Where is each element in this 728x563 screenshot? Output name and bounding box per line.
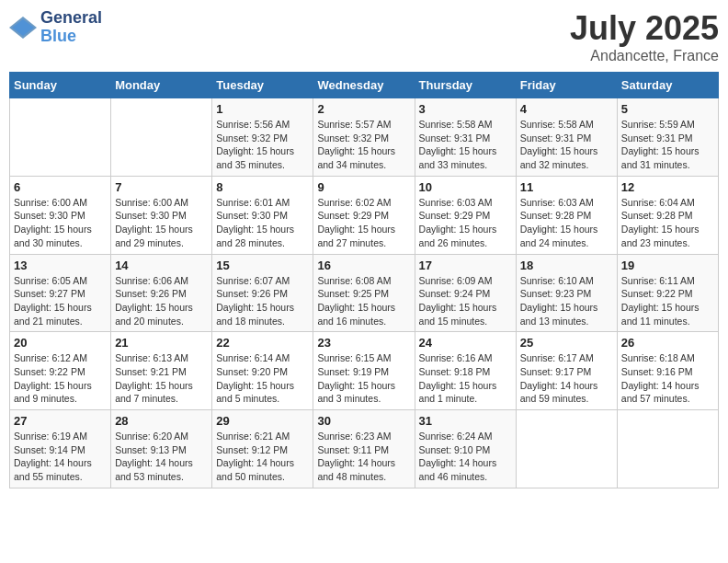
- day-cell: 18Sunrise: 6:10 AM Sunset: 9:23 PM Dayli…: [516, 254, 617, 332]
- day-info: Sunrise: 6:16 AM Sunset: 9:18 PM Dayligh…: [419, 351, 512, 406]
- day-number: 1: [216, 102, 309, 116]
- day-cell: 31Sunrise: 6:24 AM Sunset: 9:10 PM Dayli…: [415, 410, 516, 488]
- day-number: 14: [115, 259, 208, 272]
- day-number: 26: [621, 336, 714, 350]
- day-header-tuesday: Tuesday: [212, 73, 313, 98]
- day-cell: 30Sunrise: 6:23 AM Sunset: 9:11 PM Dayli…: [313, 410, 415, 488]
- day-number: 24: [419, 336, 512, 350]
- day-cell: 22Sunrise: 6:14 AM Sunset: 9:20 PM Dayli…: [212, 332, 313, 410]
- day-number: 10: [419, 180, 512, 194]
- day-number: 5: [621, 102, 714, 116]
- day-cell: 19Sunrise: 6:11 AM Sunset: 9:22 PM Dayli…: [617, 254, 718, 332]
- week-row-5: 27Sunrise: 6:19 AM Sunset: 9:14 PM Dayli…: [10, 410, 719, 488]
- day-number: 18: [520, 259, 613, 272]
- day-number: 20: [14, 336, 107, 350]
- day-cell: 28Sunrise: 6:20 AM Sunset: 9:13 PM Dayli…: [111, 410, 212, 488]
- calendar-table: SundayMondayTuesdayWednesdayThursdayFrid…: [9, 72, 719, 488]
- logo-text: General Blue: [40, 9, 102, 46]
- day-info: Sunrise: 5:58 AM Sunset: 9:31 PM Dayligh…: [520, 118, 613, 172]
- day-cell: 26Sunrise: 6:18 AM Sunset: 9:16 PM Dayli…: [617, 332, 718, 410]
- day-info: Sunrise: 6:18 AM Sunset: 9:16 PM Dayligh…: [621, 351, 714, 406]
- day-info: Sunrise: 6:24 AM Sunset: 9:10 PM Dayligh…: [419, 430, 512, 484]
- day-header-sunday: Sunday: [10, 73, 111, 98]
- day-header-monday: Monday: [111, 73, 212, 98]
- day-cell: [516, 410, 617, 488]
- day-cell: 16Sunrise: 6:08 AM Sunset: 9:25 PM Dayli…: [313, 254, 415, 332]
- day-number: 13: [14, 259, 107, 272]
- day-cell: 10Sunrise: 6:03 AM Sunset: 9:29 PM Dayli…: [415, 176, 516, 254]
- logo: General Blue: [9, 9, 102, 46]
- day-number: 15: [216, 259, 309, 272]
- day-info: Sunrise: 6:01 AM Sunset: 9:30 PM Dayligh…: [216, 196, 309, 250]
- day-info: Sunrise: 5:59 AM Sunset: 9:31 PM Dayligh…: [621, 118, 714, 172]
- day-number: 16: [317, 259, 410, 272]
- day-cell: [10, 98, 111, 177]
- day-info: Sunrise: 6:14 AM Sunset: 9:20 PM Dayligh…: [216, 351, 309, 406]
- day-info: Sunrise: 6:05 AM Sunset: 9:27 PM Dayligh…: [14, 274, 107, 328]
- day-cell: 6Sunrise: 6:00 AM Sunset: 9:30 PM Daylig…: [10, 176, 111, 254]
- day-cell: [617, 410, 718, 488]
- day-info: Sunrise: 6:12 AM Sunset: 9:22 PM Dayligh…: [14, 351, 107, 406]
- logo-icon: [9, 17, 37, 39]
- day-cell: 25Sunrise: 6:17 AM Sunset: 9:17 PM Dayli…: [516, 332, 617, 410]
- day-number: 19: [621, 259, 714, 272]
- day-info: Sunrise: 6:20 AM Sunset: 9:13 PM Dayligh…: [115, 430, 208, 484]
- day-info: Sunrise: 6:09 AM Sunset: 9:24 PM Dayligh…: [419, 274, 512, 328]
- day-number: 4: [520, 102, 613, 116]
- day-info: Sunrise: 5:57 AM Sunset: 9:32 PM Dayligh…: [317, 118, 410, 172]
- day-info: Sunrise: 6:19 AM Sunset: 9:14 PM Dayligh…: [14, 430, 107, 484]
- day-cell: 1Sunrise: 5:56 AM Sunset: 9:32 PM Daylig…: [212, 98, 313, 177]
- week-row-2: 6Sunrise: 6:00 AM Sunset: 9:30 PM Daylig…: [10, 176, 719, 254]
- day-cell: 11Sunrise: 6:03 AM Sunset: 9:28 PM Dayli…: [516, 176, 617, 254]
- location-title: Andancette, France: [570, 48, 719, 64]
- week-row-4: 20Sunrise: 6:12 AM Sunset: 9:22 PM Dayli…: [10, 332, 719, 410]
- day-number: 2: [317, 102, 410, 116]
- day-number: 8: [216, 180, 309, 194]
- day-cell: 23Sunrise: 6:15 AM Sunset: 9:19 PM Dayli…: [313, 332, 415, 410]
- day-info: Sunrise: 6:06 AM Sunset: 9:26 PM Dayligh…: [115, 274, 208, 328]
- day-number: 22: [216, 336, 309, 350]
- day-header-friday: Friday: [516, 73, 617, 98]
- title-area: July 2025 Andancette, France: [570, 9, 719, 64]
- day-number: 29: [216, 414, 309, 428]
- day-number: 12: [621, 180, 714, 194]
- day-number: 25: [520, 336, 613, 350]
- day-number: 27: [14, 414, 107, 428]
- day-info: Sunrise: 6:11 AM Sunset: 9:22 PM Dayligh…: [621, 274, 714, 328]
- week-row-3: 13Sunrise: 6:05 AM Sunset: 9:27 PM Dayli…: [10, 254, 719, 332]
- day-info: Sunrise: 6:00 AM Sunset: 9:30 PM Dayligh…: [14, 196, 107, 250]
- day-number: 31: [419, 414, 512, 428]
- day-number: 21: [115, 336, 208, 350]
- day-number: 11: [520, 180, 613, 194]
- header: General Blue July 2025 Andancette, Franc…: [9, 9, 719, 64]
- day-info: Sunrise: 6:04 AM Sunset: 9:28 PM Dayligh…: [621, 196, 714, 250]
- day-info: Sunrise: 6:07 AM Sunset: 9:26 PM Dayligh…: [216, 274, 309, 328]
- day-number: 28: [115, 414, 208, 428]
- day-info: Sunrise: 6:02 AM Sunset: 9:29 PM Dayligh…: [317, 196, 410, 250]
- day-cell: 14Sunrise: 6:06 AM Sunset: 9:26 PM Dayli…: [111, 254, 212, 332]
- svg-marker-1: [12, 19, 34, 36]
- day-cell: 4Sunrise: 5:58 AM Sunset: 9:31 PM Daylig…: [516, 98, 617, 177]
- day-info: Sunrise: 6:15 AM Sunset: 9:19 PM Dayligh…: [317, 351, 410, 406]
- header-row: SundayMondayTuesdayWednesdayThursdayFrid…: [10, 73, 719, 98]
- day-number: 17: [419, 259, 512, 272]
- day-number: 7: [115, 180, 208, 194]
- day-cell: 27Sunrise: 6:19 AM Sunset: 9:14 PM Dayli…: [10, 410, 111, 488]
- day-info: Sunrise: 6:00 AM Sunset: 9:30 PM Dayligh…: [115, 196, 208, 250]
- day-number: 6: [14, 180, 107, 194]
- day-header-wednesday: Wednesday: [313, 73, 415, 98]
- day-number: 30: [317, 414, 410, 428]
- day-cell: 2Sunrise: 5:57 AM Sunset: 9:32 PM Daylig…: [313, 98, 415, 177]
- day-cell: 12Sunrise: 6:04 AM Sunset: 9:28 PM Dayli…: [617, 176, 718, 254]
- day-number: 3: [419, 102, 512, 116]
- week-row-1: 1Sunrise: 5:56 AM Sunset: 9:32 PM Daylig…: [10, 98, 719, 177]
- day-info: Sunrise: 6:03 AM Sunset: 9:28 PM Dayligh…: [520, 196, 613, 250]
- day-header-saturday: Saturday: [617, 73, 718, 98]
- day-info: Sunrise: 6:13 AM Sunset: 9:21 PM Dayligh…: [115, 351, 208, 406]
- day-cell: 8Sunrise: 6:01 AM Sunset: 9:30 PM Daylig…: [212, 176, 313, 254]
- day-cell: 29Sunrise: 6:21 AM Sunset: 9:12 PM Dayli…: [212, 410, 313, 488]
- day-info: Sunrise: 6:03 AM Sunset: 9:29 PM Dayligh…: [419, 196, 512, 250]
- day-cell: 20Sunrise: 6:12 AM Sunset: 9:22 PM Dayli…: [10, 332, 111, 410]
- day-cell: 3Sunrise: 5:58 AM Sunset: 9:31 PM Daylig…: [415, 98, 516, 177]
- day-cell: 17Sunrise: 6:09 AM Sunset: 9:24 PM Dayli…: [415, 254, 516, 332]
